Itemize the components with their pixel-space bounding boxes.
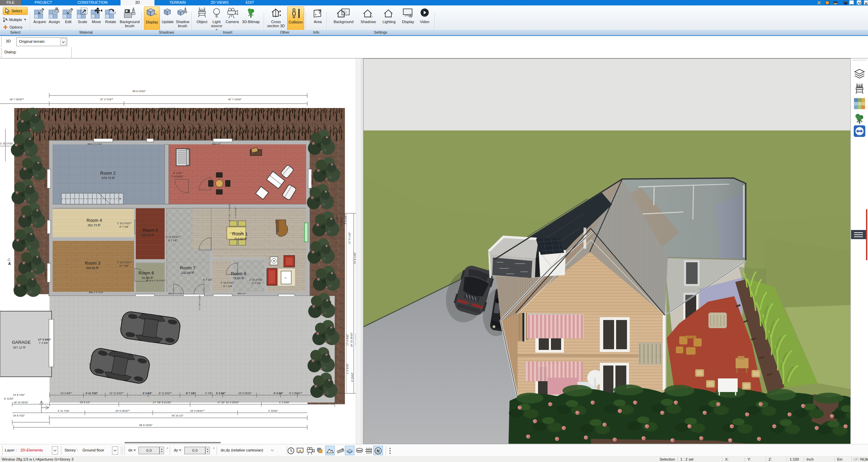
svg-text:4' 23/32": 4' 23/32" <box>351 372 354 382</box>
svg-text:2' 10 27/32"⁵: 2' 10 27/32"⁵ <box>235 206 237 218</box>
svg-text:19' 5 1/8": 19' 5 1/8" <box>38 110 49 113</box>
svg-text:6' 7 1/8" 7' 4 31/32": 6' 7 1/8" 7' 4 31/32" <box>228 203 230 221</box>
svg-text:N: N <box>377 449 380 454</box>
svg-text:18' 7 15/32"⁵: 18' 7 15/32"⁵ <box>10 98 24 101</box>
svg-text:570.73 ft²: 570.73 ft² <box>102 176 115 180</box>
svg-text:81.90 ft² 2' 10 27/32"⁵: 81.90 ft² 2' 10 27/32"⁵ <box>146 280 166 282</box>
svg-text:BRH 2' 5 17/32": BRH 2' 5 17/32" <box>89 291 104 294</box>
svg-text:29' 9 25/32"⁵: 29' 9 25/32"⁵ <box>190 409 205 412</box>
svg-text:37' 3 7/16"⁵: 37' 3 7/16"⁵ <box>100 98 113 101</box>
svg-text:18' 10 25/32": 18' 10 25/32" <box>350 332 353 347</box>
svg-text:7' 2 5/8": 7' 2 5/8" <box>39 341 49 344</box>
svg-text:Room 8: Room 8 <box>231 271 246 276</box>
svg-text:6' 7 1/8": 6' 7 1/8" <box>168 239 177 242</box>
svg-text:252.73 ft²: 252.73 ft² <box>88 224 100 227</box>
svg-text:27' 5 1/32": 27' 5 1/32" <box>348 232 351 244</box>
svg-text:357.12 ft²: 357.12 ft² <box>13 346 26 349</box>
svg-text:Room 6: Room 6 <box>138 270 154 276</box>
svg-text:6' 7 1/8": 6' 7 1/8" <box>119 264 129 267</box>
svg-text:3' 3 3/4": 3' 3 3/4" <box>216 392 226 395</box>
svg-text:29' 5 1/2": 29' 5 1/2" <box>80 401 91 404</box>
svg-text:3' 3 3/4": 3' 3 3/4" <box>173 172 182 175</box>
svg-text:714.84 ft²: 714.84 ft² <box>234 237 247 241</box>
svg-text:BRH 10"⁵: BRH 10"⁵ <box>311 174 313 184</box>
svg-text:5' 2 25/32"⁵: 5' 2 25/32"⁵ <box>289 392 302 395</box>
svg-text:1' 2 9/16": 1' 2 9/16" <box>346 363 349 374</box>
svg-text:81.90 ft²: 81.90 ft² <box>142 276 153 280</box>
svg-text:6' 11/32": 6' 11/32" <box>4 397 14 400</box>
svg-text:6' 7 1/8": 6' 7 1/8" <box>252 282 261 285</box>
svg-text:78' 10 1/2": 78' 10 1/2" <box>171 414 184 417</box>
svg-text:BRH 2' 5 17/32": BRH 2' 5 17/32" <box>88 143 102 145</box>
svg-text:146.33 ft²: 146.33 ft² <box>141 233 154 237</box>
svg-text:BRH 2' 5 17/32": BRH 2' 5 17/32" <box>168 292 183 295</box>
svg-text:4' 11 7/16": 4' 11 7/16" <box>86 392 98 395</box>
svg-text:7' 4 31/32": 7' 4 31/32" <box>171 175 184 178</box>
svg-text:Room 3: Room 3 <box>85 261 100 266</box>
svg-text:15' 9 25/32": 15' 9 25/32" <box>238 392 252 395</box>
svg-text:1' 2 3/16": 1' 2 3/16" <box>279 401 290 404</box>
svg-text:6' 7 1/8": 6' 7 1/8" <box>186 392 196 395</box>
svg-text:393.56 ft²: 393.56 ft² <box>86 266 99 270</box>
svg-text:29' 9 25/32"⁵: 29' 9 25/32"⁵ <box>115 409 130 412</box>
svg-text:8' 11 9/32"⁵: 8' 11 9/32"⁵ <box>159 392 172 395</box>
svg-text:17' 3 3/32": 17' 3 3/32" <box>38 338 51 341</box>
svg-text:3' 3 3/4": 3' 3 3/4" <box>274 392 283 395</box>
svg-text:2' 10 27/32"⁵: 2' 10 27/32"⁵ <box>117 261 132 264</box>
svg-text:19' 8 7/32": 19' 8 7/32" <box>13 414 25 417</box>
svg-text:98' 6 23/32": 98' 6 23/32" <box>139 424 153 427</box>
svg-text:2' 10 27/32": 2' 10 27/32" <box>250 278 263 281</box>
svg-text:34' 10 11/16"⁵: 34' 10 11/16"⁵ <box>160 107 175 110</box>
svg-text:232.69 ft²: 232.69 ft² <box>181 271 194 274</box>
svg-text:6' 7 1/8": 6' 7 1/8" <box>223 285 233 288</box>
svg-text:GARAGE: GARAGE <box>12 340 31 345</box>
svg-text:5' 8 3/4"⁵: 5' 8 3/4"⁵ <box>344 214 347 224</box>
svg-text:6' 7 1/8": 6' 7 1/8" <box>119 225 129 228</box>
svg-text:Room 4: Room 4 <box>87 218 102 223</box>
svg-text:BRH 10"⁵: BRH 10"⁵ <box>238 292 246 295</box>
svg-text:17' 7/8" 8 21/32": 17' 7/8" 8 21/32" <box>153 401 171 404</box>
svg-text:4' 23/32": 4' 23/32" <box>268 409 278 412</box>
svg-text:3' 3 3/4": 3' 3 3/4" <box>143 392 152 395</box>
svg-text:78.93 ft²: 78.93 ft² <box>233 277 244 280</box>
svg-text:42' 7 13/16": 42' 7 13/16" <box>228 98 242 101</box>
svg-text:A: A <box>8 262 11 266</box>
svg-text:Room 7: Room 7 <box>180 265 196 270</box>
svg-text:Room 5: Room 5 <box>143 228 158 233</box>
svg-text:2' 10 27/32": 2' 10 27/32" <box>0 142 14 145</box>
svg-text:98' 6 23/32": 98' 6 23/32" <box>132 90 146 93</box>
svg-text:6' 7 1/8": 6' 7 1/8" <box>203 278 212 281</box>
svg-text:6' 7 1/8" 4 31/32": 6' 7 1/8" 4 31/32" <box>199 295 201 310</box>
svg-text:Room 1: Room 1 <box>232 231 248 236</box>
svg-text:Room 2: Room 2 <box>100 171 116 176</box>
svg-text:17' 32" 12' 4 25/32": 17' 32" 12' 4 25/32" <box>217 401 239 404</box>
svg-text:4' 11 7/16": 4' 11 7/16" <box>58 409 70 412</box>
svg-text:2' 10 27/32"⁵: 2' 10 27/32"⁵ <box>117 222 132 225</box>
svg-text:△: △ <box>7 257 11 261</box>
svg-text:7' 3 11/32": 7' 3 11/32" <box>340 216 343 228</box>
svg-text:42' 7 13/16"⁵: 42' 7 13/16"⁵ <box>224 107 239 110</box>
svg-text:19' 8 7/32": 19' 8 7/32" <box>13 393 25 396</box>
svg-text:4' 7/8": 4' 7/8" <box>205 392 212 395</box>
svg-text:2' 10 27/32": 2' 10 27/32" <box>221 281 234 284</box>
svg-text:17' 3 3/32": 17' 3 3/32" <box>346 334 349 346</box>
svg-text:18' 10 25/32": 18' 10 25/32" <box>14 401 29 404</box>
svg-text:2' 10 27/32"⁵: 2' 10 27/32"⁵ <box>166 235 180 238</box>
svg-text:12' 11 9/32"⁵: 12' 11 9/32"⁵ <box>109 392 124 395</box>
svg-text:?: ? <box>318 9 321 15</box>
svg-text:BRH 10"⁵: BRH 10"⁵ <box>212 143 221 145</box>
svg-text:10' 4 5/8"⁵: 10' 4 5/8"⁵ <box>60 392 72 395</box>
